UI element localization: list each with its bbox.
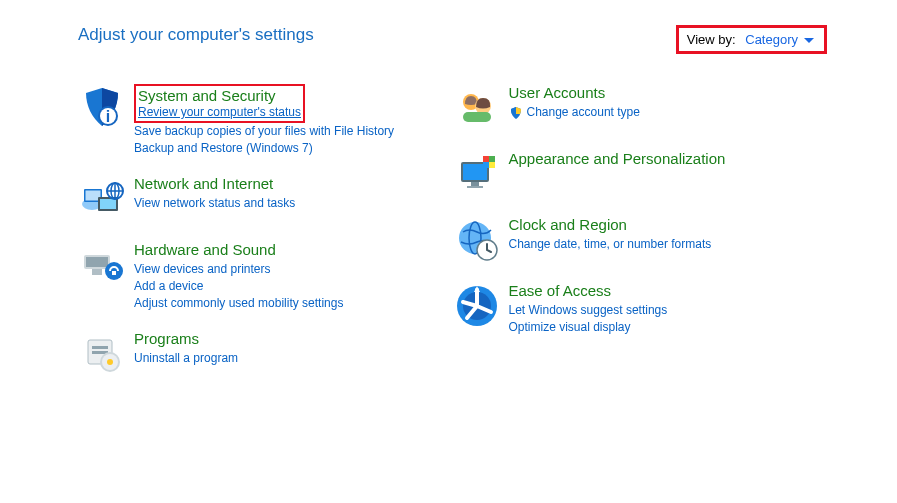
ease-of-access-icon xyxy=(453,282,501,330)
appearance-link[interactable]: Appearance and Personalization xyxy=(509,150,726,168)
devices-printers-link[interactable]: View devices and printers xyxy=(134,261,343,278)
backup-restore-link[interactable]: Backup and Restore (Windows 7) xyxy=(134,140,394,157)
svg-rect-14 xyxy=(112,271,116,275)
svg-text:i: i xyxy=(106,108,110,125)
change-account-type-link[interactable]: Change account type xyxy=(527,104,640,121)
svg-point-20 xyxy=(107,359,113,365)
cat-accounts: User Accounts Change account type xyxy=(453,84,828,132)
change-date-link[interactable]: Change date, time, or number formats xyxy=(509,236,712,253)
hardware-icon xyxy=(78,241,126,289)
network-link[interactable]: Network and Internet xyxy=(134,175,273,193)
svg-rect-16 xyxy=(92,346,108,349)
cat-appearance: Appearance and Personalization xyxy=(453,150,828,198)
programs-icon xyxy=(78,330,126,378)
system-security-link[interactable]: System and Security xyxy=(138,87,276,105)
viewby-value: Category xyxy=(745,32,814,47)
review-status-link[interactable]: Review your computer's status xyxy=(138,105,301,120)
clock-region-icon xyxy=(453,216,501,264)
svg-rect-28 xyxy=(483,156,489,162)
backup-history-link[interactable]: Save backup copies of your files with Fi… xyxy=(134,123,394,140)
svg-rect-29 xyxy=(489,156,495,162)
suggest-settings-link[interactable]: Let Windows suggest settings xyxy=(509,302,668,319)
user-accounts-link[interactable]: User Accounts xyxy=(509,84,606,102)
viewby-control[interactable]: View by: Category xyxy=(687,32,814,47)
clock-region-link[interactable]: Clock and Region xyxy=(509,216,627,234)
svg-rect-23 xyxy=(463,112,491,122)
uninstall-link[interactable]: Uninstall a program xyxy=(134,350,238,367)
svg-rect-30 xyxy=(483,162,489,168)
system-security-highlight: System and Security Review your computer… xyxy=(134,84,305,123)
cat-system-security: i System and Security Review your comput… xyxy=(78,84,453,157)
svg-rect-7 xyxy=(100,199,116,209)
hardware-link[interactable]: Hardware and Sound xyxy=(134,241,276,259)
cat-network: Network and Internet View network status… xyxy=(78,175,453,223)
svg-rect-12 xyxy=(92,269,102,275)
mobility-link[interactable]: Adjust commonly used mobility settings xyxy=(134,295,343,312)
viewby-highlight: View by: Category xyxy=(676,25,827,54)
svg-rect-26 xyxy=(471,182,479,186)
cat-programs: Programs Uninstall a program xyxy=(78,330,453,378)
viewby-label: View by: xyxy=(687,32,736,47)
add-device-link[interactable]: Add a device xyxy=(134,278,343,295)
ease-of-access-link[interactable]: Ease of Access xyxy=(509,282,612,300)
optimize-display-link[interactable]: Optimize visual display xyxy=(509,319,668,336)
svg-rect-31 xyxy=(489,162,495,168)
user-accounts-icon xyxy=(453,84,501,132)
col-right: User Accounts Change account type xyxy=(453,84,828,396)
col-left: i System and Security Review your comput… xyxy=(78,84,453,396)
shield-icon: i xyxy=(78,84,126,132)
cat-hardware: Hardware and Sound View devices and prin… xyxy=(78,241,453,312)
cat-ease: Ease of Access Let Windows suggest setti… xyxy=(453,282,828,336)
appearance-icon xyxy=(453,150,501,198)
network-icon xyxy=(78,175,126,223)
page-title: Adjust your computer's settings xyxy=(78,25,314,45)
cat-clock: Clock and Region Change date, time, or n… xyxy=(453,216,828,264)
programs-link[interactable]: Programs xyxy=(134,330,199,348)
svg-rect-11 xyxy=(86,257,108,267)
network-status-link[interactable]: View network status and tasks xyxy=(134,195,295,212)
svg-rect-27 xyxy=(467,186,483,188)
uac-shield-icon xyxy=(509,106,523,120)
